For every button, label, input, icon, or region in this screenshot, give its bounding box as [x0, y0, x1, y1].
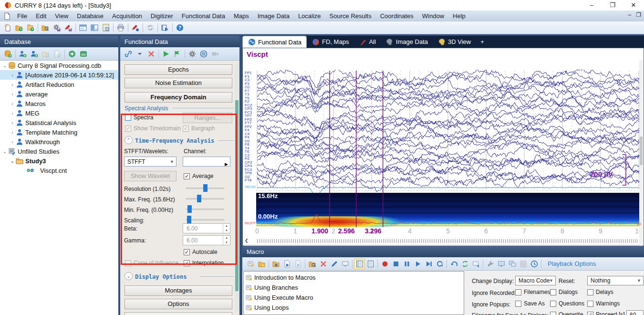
menu-help[interactable]: Help	[448, 12, 470, 20]
menu-acquisition[interactable]: Acquisition	[108, 12, 146, 20]
eeg-vertical-scrollbar[interactable]	[639, 60, 643, 258]
ignore-popups-save-as-checkbox[interactable]: Save As	[515, 300, 545, 307]
tree-item--autosave-2019-06-14-10-59-12-[interactable]: › [Autosave 2019-06-14 10:59:12]	[0, 70, 118, 80]
refresh-green-button[interactable]	[459, 259, 470, 269]
overwrite-checkbox[interactable]: Overwrite	[550, 311, 583, 315]
ignore-recorded-dialogs-checkbox[interactable]: Dialogs	[550, 289, 578, 295]
tab-+[interactable]: +	[476, 36, 489, 48]
record-button[interactable]	[379, 259, 390, 269]
frequency-domain-button[interactable]: Frequency Domain	[125, 92, 232, 103]
monitors-button[interactable]	[507, 259, 518, 269]
restore-button[interactable]: ❐	[602, 0, 623, 10]
tree-item-artifact-reduction[interactable]: › Artifact Reduction	[0, 80, 118, 89]
expand-display-options-button[interactable]: ⌄	[125, 272, 133, 280]
chevron-down-icon[interactable]: ⌄	[2, 149, 8, 154]
slider-0[interactable]	[186, 184, 224, 192]
code-badge-button[interactable]: <>	[78, 49, 89, 59]
pen-save-button[interactable]	[62, 22, 74, 33]
average-checkbox[interactable]: ✓Average	[184, 173, 213, 179]
flag-green-button[interactable]	[172, 49, 183, 59]
export-monitor-button[interactable]	[470, 259, 481, 269]
menu-maps[interactable]: Maps	[229, 12, 253, 20]
epochs-button[interactable]: Epochs	[125, 64, 232, 75]
printer-button[interactable]	[115, 22, 126, 33]
chevron-right-icon[interactable]: ›	[10, 82, 15, 87]
doc-play2-button[interactable]	[292, 259, 303, 269]
stop-button[interactable]	[390, 259, 401, 269]
options-button[interactable]: Options	[125, 299, 232, 309]
chevron-right-icon[interactable]: ›	[10, 73, 15, 78]
reset-dropdown[interactable]: Nothing▼	[587, 276, 644, 285]
open-recent-button[interactable]	[13, 22, 25, 33]
db-switch-button[interactable]	[2, 49, 14, 59]
eeg-plot-canvas[interactable]	[256, 70, 641, 227]
autoscale-checkbox[interactable]: ✓Autoscale	[184, 249, 218, 255]
folder-search-button[interactable]	[40, 22, 51, 33]
clock-button[interactable]	[529, 259, 540, 269]
child-minimize-button[interactable]: –	[628, 11, 632, 18]
menu-file[interactable]: File	[13, 12, 31, 20]
menu-localize[interactable]: Localize	[294, 12, 325, 20]
close-button[interactable]: ✕	[623, 0, 644, 10]
tab-functional-data[interactable]: Functional Data	[242, 36, 307, 48]
interpolation-checkbox[interactable]: ✓Interpolation	[184, 260, 224, 266]
slider-2[interactable]	[186, 205, 224, 213]
ignore-recorded-filenames-checkbox[interactable]: Filenames	[515, 289, 550, 295]
tab-fd-maps[interactable]: FD, Maps	[307, 36, 353, 48]
step-button[interactable]	[423, 259, 434, 269]
macro-item-introduction-to-macros[interactable]: Introduction to Macros	[244, 273, 464, 283]
gear-save-button[interactable]	[51, 22, 62, 33]
menu-source-results[interactable]: Source Results	[325, 12, 376, 20]
loop-button[interactable]	[434, 259, 445, 269]
user-add-button[interactable]	[17, 49, 29, 59]
doc-play-button[interactable]	[281, 259, 292, 269]
menu-digitizer[interactable]: Digitizer	[146, 12, 177, 20]
play-blue-button[interactable]	[412, 259, 423, 269]
tree-item-average[interactable]: › average	[0, 89, 118, 99]
camera-button[interactable]	[209, 49, 221, 59]
chevron-right-icon[interactable]: ›	[10, 120, 15, 126]
folder-new-button[interactable]	[256, 259, 267, 269]
chevron-down-icon[interactable]: ⌄	[2, 63, 8, 68]
gear-button[interactable]	[187, 49, 198, 59]
tree-item-template-matching[interactable]: › Template Matching	[0, 127, 118, 137]
chevron-down-icon[interactable]: ⌄	[10, 158, 15, 164]
grid-gray-button[interactable]	[518, 259, 529, 269]
menu-functional-data[interactable]: Functional Data	[177, 12, 229, 20]
tree-item-study3[interactable]: ⌄ Study3	[0, 156, 118, 166]
chevron-right-icon[interactable]: ›	[10, 139, 15, 145]
file-add-button[interactable]	[52, 49, 63, 59]
tab-all[interactable]: All	[353, 36, 380, 48]
menu-view[interactable]: View	[51, 12, 73, 20]
macro-new-button[interactable]	[245, 259, 256, 269]
layout-list-button[interactable]	[100, 22, 112, 33]
x-red-button[interactable]	[318, 259, 329, 269]
layout-split-button[interactable]	[89, 22, 100, 33]
channel-selector[interactable]: ▶	[183, 157, 230, 167]
new-file-button[interactable]	[2, 22, 13, 33]
caret-down-button[interactable]	[134, 49, 145, 59]
functional-panel-scrollbar[interactable]	[235, 64, 239, 311]
collapse-tfa-button[interactable]: ⌃	[125, 136, 133, 144]
tab-3d-view[interactable]: 3D View	[433, 36, 476, 48]
macro-item-using-branches[interactable]: Using Branches	[244, 283, 464, 293]
folder-add-button[interactable]	[40, 49, 52, 59]
help-button[interactable]: ?	[174, 22, 186, 33]
gamma-spinner[interactable]: 6.00▲▼	[183, 235, 230, 245]
sync-button[interactable]	[145, 22, 156, 33]
tab-image-data[interactable]: Image Data	[381, 36, 433, 48]
minimize-button[interactable]: –	[581, 0, 602, 10]
grid-circle-button[interactable]	[198, 49, 209, 59]
layout-top-button[interactable]	[77, 22, 89, 33]
chevron-right-icon[interactable]: ›	[10, 92, 15, 97]
x-red-button[interactable]	[145, 49, 157, 59]
monitor-blue-button[interactable]	[496, 259, 507, 269]
film-play-button[interactable]	[159, 22, 171, 33]
slider-3[interactable]	[186, 216, 224, 223]
menu-database[interactable]: Database	[73, 12, 108, 20]
tree-item-viscpt-cnt[interactable]: Viscpt.cnt	[0, 166, 118, 175]
tree-item-macros[interactable]: › Macros	[0, 99, 118, 108]
child-restore-button[interactable]: ❐	[636, 11, 641, 18]
wrench-button[interactable]	[485, 259, 496, 269]
menu-edit[interactable]: Edit	[31, 12, 51, 20]
